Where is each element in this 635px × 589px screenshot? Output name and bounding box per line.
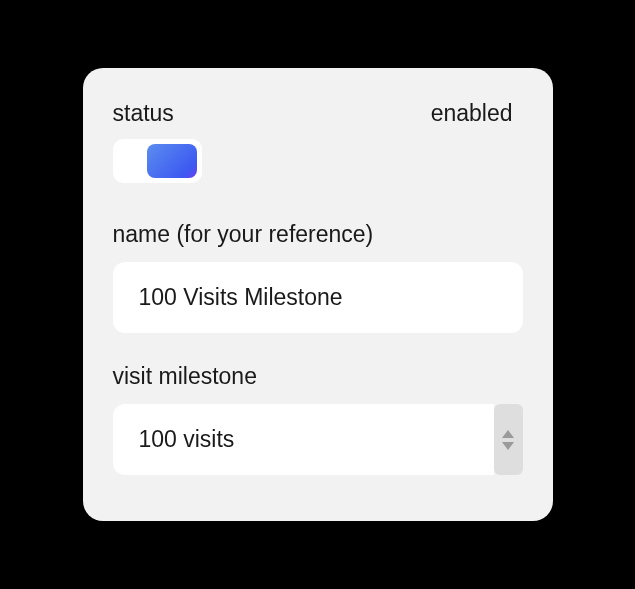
milestone-stepper[interactable]	[494, 404, 522, 475]
name-input[interactable]	[113, 262, 523, 333]
status-label: status	[113, 100, 174, 127]
name-label: name (for your reference)	[113, 221, 523, 248]
milestone-field[interactable]: 100 visits	[113, 404, 495, 475]
milestone-value: 100 visits	[113, 404, 495, 475]
settings-card: status enabled name (for your reference)…	[83, 68, 553, 521]
status-row: status enabled	[113, 100, 523, 127]
chevron-down-icon	[502, 442, 514, 450]
milestone-label: visit milestone	[113, 363, 523, 390]
status-toggle[interactable]	[113, 139, 202, 183]
milestone-row: 100 visits	[113, 404, 523, 475]
chevron-up-icon	[502, 430, 514, 438]
toggle-knob-icon	[147, 144, 197, 178]
status-state-label: enabled	[431, 100, 513, 127]
